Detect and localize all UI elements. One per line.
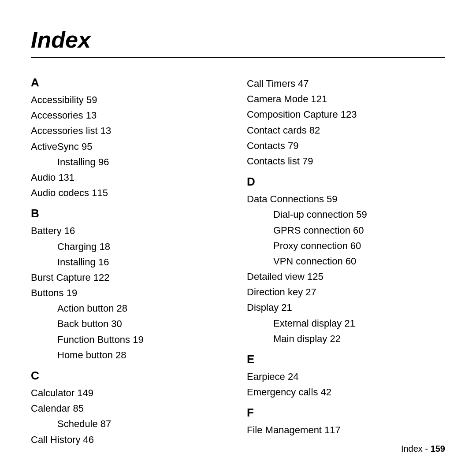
index-entry: VPN connection 60 xyxy=(247,253,445,269)
index-entry: Function Buttons 19 xyxy=(31,332,229,347)
divider xyxy=(31,57,445,58)
section-letter-c: C xyxy=(31,369,229,383)
index-entry: Call History 46 xyxy=(31,432,229,447)
index-entry: GPRS connection 60 xyxy=(247,223,445,238)
index-entry: Accessories list 13 xyxy=(31,123,229,138)
index-entry: Installing 16 xyxy=(31,254,229,270)
index-entry: Action button 28 xyxy=(31,301,229,316)
index-entry: Charging 18 xyxy=(31,239,229,254)
index-entry: Emergency calls 42 xyxy=(247,384,445,400)
index-entry: Audio 131 xyxy=(31,170,229,185)
index-entry: Accessibility 59 xyxy=(31,92,229,108)
right-column: Call Timers 47Camera Mode 121Composition… xyxy=(247,76,445,447)
index-entry: Back button 30 xyxy=(31,316,229,331)
page-title: Index xyxy=(31,26,445,53)
index-entry: Contacts list 79 xyxy=(247,153,445,169)
index-entry: Detailed view 125 xyxy=(247,269,445,284)
index-entry: Burst Capture 122 xyxy=(31,270,229,285)
index-entry: Display 21 xyxy=(247,300,445,315)
index-entry: Data Connections 59 xyxy=(247,191,445,207)
index-entry: Direction key 27 xyxy=(247,284,445,300)
left-column: AAccessibility 59Accessories 13Accessori… xyxy=(31,76,229,447)
index-entry: Schedule 87 xyxy=(31,416,229,431)
index-entry: File Management 117 xyxy=(247,422,445,438)
index-entry: External display 21 xyxy=(247,316,445,331)
index-entry: Dial-up connection 59 xyxy=(247,207,445,222)
index-entry: Contacts 79 xyxy=(247,138,445,153)
index-entry: ActiveSync 95 xyxy=(31,139,229,154)
index-entry: Accessories 13 xyxy=(31,108,229,123)
index-entry: Calculator 149 xyxy=(31,385,229,401)
section-letter-e: E xyxy=(247,353,445,366)
index-entry: Proxy connection 60 xyxy=(247,238,445,253)
page-footer: Index - 159 xyxy=(401,444,445,454)
index-entry: Call Timers 47 xyxy=(247,76,445,91)
index-entry: Earpiece 24 xyxy=(247,369,445,384)
index-entry: Camera Mode 121 xyxy=(247,91,445,107)
index-entry: Installing 96 xyxy=(31,154,229,170)
index-columns: AAccessibility 59Accessories 13Accessori… xyxy=(31,76,445,447)
index-entry: Composition Capture 123 xyxy=(247,107,445,122)
index-entry: Calendar 85 xyxy=(31,401,229,416)
index-entry: Main display 22 xyxy=(247,331,445,346)
page-number: 159 xyxy=(431,444,445,454)
index-entry: Buttons 19 xyxy=(31,285,229,301)
section-letter-a: A xyxy=(31,76,229,89)
section-letter-d: D xyxy=(247,175,445,189)
section-letter-b: B xyxy=(31,207,229,220)
index-entry: Contact cards 82 xyxy=(247,123,445,138)
index-entry: Audio codecs 115 xyxy=(31,185,229,201)
index-entry: Battery 16 xyxy=(31,223,229,238)
index-entry: Home button 28 xyxy=(31,347,229,363)
section-letter-f: F xyxy=(247,406,445,420)
footer-label: Index - xyxy=(401,444,431,454)
